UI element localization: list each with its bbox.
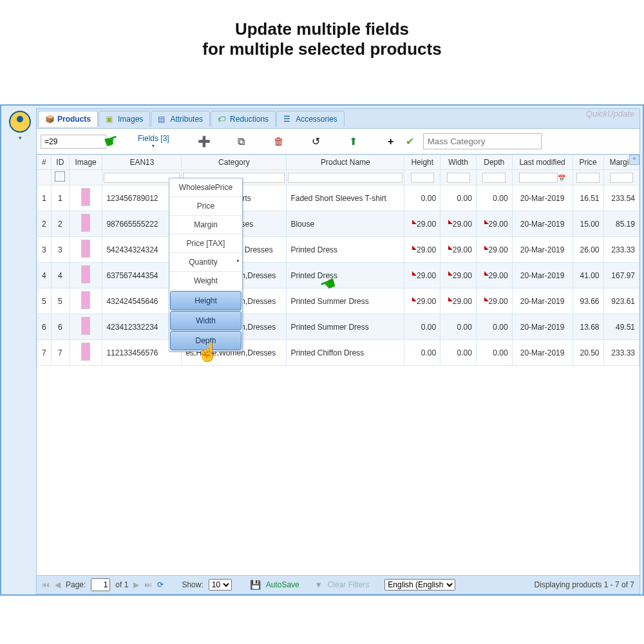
tab-products[interactable]: 📦Products [38, 111, 98, 127]
data-grid: « # ID Image EAN13 Category Product Name… [37, 155, 639, 575]
cell-dim: 0.00 [404, 340, 440, 366]
plus-icon[interactable]: + [384, 135, 397, 148]
tab-reductions[interactable]: 🏷Reductions [211, 111, 276, 127]
cell-id: 3 [51, 237, 69, 263]
cell-dim: ◣29.00 [440, 237, 477, 263]
brand-label: QuickUpdate [586, 109, 634, 118]
table-row[interactable]: 55432424545646es,Home,Women,DressesPrint… [37, 289, 639, 314]
filter-margin[interactable] [610, 173, 633, 183]
fields-menu-item[interactable]: Price [TAX] [169, 234, 242, 253]
autosave-button[interactable]: AutoSave [266, 580, 299, 589]
col-width[interactable]: Width [440, 155, 477, 170]
fields-menu-item[interactable]: WholesalePrice [169, 178, 242, 197]
cell-product-name: Blouse [287, 211, 404, 237]
cell-last-modified: 20-Mar-2019 [512, 289, 573, 314]
col-ean13[interactable]: EAN13 [102, 155, 182, 170]
cell-margin: 85.19 [603, 211, 639, 237]
cell-id: 6 [51, 314, 69, 340]
mass-category-input[interactable] [423, 133, 542, 149]
filter-last-modified[interactable] [519, 173, 558, 183]
col-id[interactable]: ID [51, 155, 69, 170]
refresh-icon[interactable]: ⟳ [157, 580, 164, 589]
product-thumbnail [81, 188, 90, 206]
col-product-name[interactable]: Product Name [287, 155, 404, 170]
page-input[interactable] [91, 578, 110, 591]
cell-dim: ◣29.00 [476, 237, 512, 263]
fields-menu-item[interactable]: Weight [169, 272, 242, 290]
language-select[interactable]: English (English [384, 579, 455, 591]
fields-menu-item[interactable]: Margin [169, 216, 242, 234]
table-row[interactable]: 22987665555222omen,Tops,BlousesBlouse◣29… [37, 211, 639, 237]
cell-dim: ◣29.00 [404, 263, 440, 289]
cell-margin: 923.61 [603, 289, 639, 314]
hero-title-line1: Update multiple fields [0, 19, 644, 39]
show-select[interactable]: 10 [209, 579, 232, 591]
col-height[interactable]: Height [404, 155, 440, 170]
fields-menu-item[interactable]: Quantity ▸ [169, 253, 242, 272]
cell-price: 20.50 [573, 340, 603, 366]
cell-row: 2 [37, 211, 52, 237]
cell-margin: 233.33 [603, 340, 639, 366]
cell-image [69, 340, 102, 366]
calendar-icon[interactable]: 📅 [558, 175, 565, 182]
fields-menu-item[interactable]: Width [170, 311, 242, 330]
box-icon: 📦 [45, 115, 54, 124]
table-row[interactable]: 11123456789012omen,Tops,T-shirtsFaded Sh… [37, 185, 639, 211]
col-row[interactable]: # [37, 155, 52, 170]
undo-icon[interactable]: ↺ [310, 135, 323, 148]
tab-attributes[interactable]: ▤Attributes [151, 111, 210, 127]
col-last-modified[interactable]: Last modified [512, 155, 573, 170]
cell-product-name: Printed Summer Dress [287, 289, 404, 314]
status-text: Displaying products 1 - 7 of 7 [535, 580, 634, 589]
cell-image [69, 263, 102, 289]
table-row[interactable]: 66423412332234es,Home,Women,DressesPrint… [37, 314, 639, 340]
cell-product-name: Printed Summer Dress [287, 314, 404, 340]
first-page-icon[interactable]: ⏮ [42, 580, 50, 589]
cell-row: 4 [37, 263, 52, 289]
fields-dropdown-button[interactable]: Fields [3]▾ [134, 133, 173, 150]
cell-id: 5 [51, 289, 69, 314]
trash-icon[interactable]: 🗑 [272, 135, 285, 148]
col-depth[interactable]: Depth [476, 155, 512, 170]
filter-price[interactable] [576, 173, 600, 183]
cell-dim: 0.00 [440, 340, 477, 366]
tab-images[interactable]: ▣Images [99, 111, 150, 127]
cell-product-name: Printed Dress [287, 263, 404, 289]
copy-icon[interactable]: ⧉ [235, 135, 248, 148]
prev-page-icon[interactable]: ◀ [55, 580, 61, 589]
upload-icon[interactable]: ⬆ [347, 135, 360, 148]
col-price[interactable]: Price [573, 155, 603, 170]
table-row[interactable]: 33542434324324,Dresses,Casual DressesPri… [37, 237, 639, 263]
last-page-icon[interactable]: ⏭ [144, 580, 152, 589]
cell-dim: 0.00 [476, 340, 512, 366]
next-page-icon[interactable]: ▶ [133, 580, 139, 589]
table-row[interactable]: 44637567444354es,Home,Women,DressesPrint… [37, 263, 639, 289]
tag-icon: 🏷 [218, 115, 227, 124]
clear-filters-button[interactable]: Clear Filters [328, 580, 370, 589]
tab-accessories[interactable]: ☰Accessories [276, 111, 345, 127]
check-icon[interactable]: ✔ [404, 135, 417, 148]
id-checkbox[interactable] [55, 171, 65, 182]
cell-last-modified: 20-Mar-2019 [512, 340, 573, 366]
expand-icon[interactable]: « [629, 155, 639, 165]
value-input[interactable] [41, 135, 106, 149]
add-icon[interactable]: ➕ [198, 135, 211, 148]
table-row[interactable]: 77112133456576es,Home,Women,DressesPrint… [37, 340, 639, 366]
cell-image [69, 211, 102, 237]
filter-height[interactable] [411, 173, 434, 183]
col-category[interactable]: Category [182, 155, 287, 170]
cell-dim: ◣29.00 [404, 237, 440, 263]
fields-menu-item[interactable]: Height [170, 291, 242, 310]
filter-width[interactable] [447, 173, 470, 183]
col-image[interactable]: Image [69, 155, 102, 170]
product-thumbnail [81, 265, 90, 283]
filter-icon: ▼ [315, 580, 323, 589]
filter-depth[interactable] [482, 173, 506, 183]
filter-product-name[interactable] [288, 173, 402, 183]
cell-product-name: Printed Dress [287, 237, 404, 263]
cell-margin: 49.51 [603, 314, 639, 340]
fields-menu-item[interactable]: Price [169, 197, 242, 216]
cell-price: 15.00 [573, 211, 603, 237]
cell-margin: 233.54 [603, 185, 639, 211]
cell-id: 1 [51, 185, 69, 211]
